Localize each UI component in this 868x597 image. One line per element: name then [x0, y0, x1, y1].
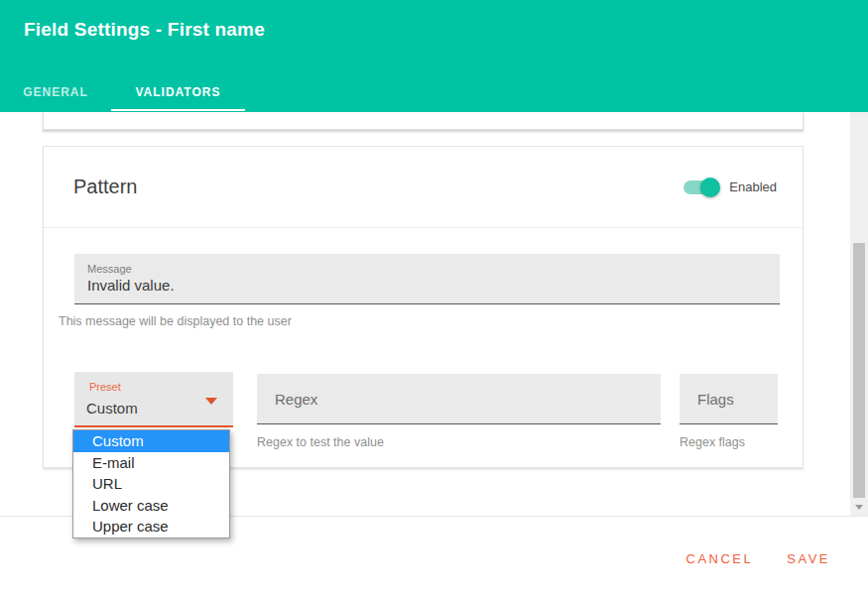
message-helper-text: This message will be displayed to the us…: [59, 314, 292, 328]
dropdown-option-upper-case[interactable]: Upper case: [73, 516, 229, 537]
scrollbar-thumb[interactable]: [853, 243, 865, 498]
dropdown-option-custom[interactable]: Custom: [73, 430, 229, 452]
save-button[interactable]: SAVE: [785, 547, 832, 570]
toggle-knob: [700, 178, 720, 197]
regex-input[interactable]: [257, 391, 661, 408]
flags-helper-text: Regex flags: [680, 435, 745, 449]
toggle-switch-icon[interactable]: [683, 180, 717, 194]
cancel-button[interactable]: CANCEL: [684, 547, 756, 570]
pattern-card-header: Pattern Enabled: [44, 147, 803, 228]
toggle-label: Enabled: [729, 179, 777, 194]
scroll-down-icon: [855, 505, 863, 510]
enabled-toggle[interactable]: Enabled: [683, 179, 777, 194]
regex-helper-text: Regex to test the value: [257, 435, 384, 449]
dropdown-option-email[interactable]: E-mail: [73, 452, 229, 474]
tab-general-label: GENERAL: [23, 85, 88, 99]
dropdown-option-lower-case[interactable]: Lower case: [73, 495, 229, 517]
preset-select[interactable]: Preset Custom: [74, 372, 233, 427]
flags-field[interactable]: [680, 374, 778, 424]
tab-validators[interactable]: VALIDATORS: [111, 72, 245, 112]
preset-dropdown-menu: Custom E-mail URL Lower case Upper case: [72, 429, 230, 538]
regex-field[interactable]: [257, 374, 661, 424]
dropdown-option-url[interactable]: URL: [73, 473, 229, 495]
scrollbar-down-button[interactable]: [850, 500, 868, 514]
chevron-down-icon: [205, 398, 217, 405]
tab-general[interactable]: GENERAL: [0, 72, 111, 112]
pattern-card: Pattern Enabled Message This message wil…: [43, 146, 804, 468]
preset-select-label: Preset: [89, 381, 121, 393]
footer-buttons: CANCEL SAVE: [684, 547, 832, 570]
flags-input[interactable]: [680, 391, 778, 408]
message-field-label: Message: [87, 254, 780, 275]
tab-validators-label: VALIDATORS: [135, 85, 220, 99]
message-field[interactable]: Message: [74, 254, 780, 304]
modal-header: Field Settings - First name GENERAL VALI…: [0, 0, 868, 112]
previous-card-edge: [43, 112, 804, 130]
modal-content: Pattern Enabled Message This message wil…: [0, 112, 868, 516]
page-title: Field Settings - First name: [24, 19, 265, 41]
scrollbar[interactable]: [850, 112, 868, 516]
field-settings-modal: Field Settings - First name GENERAL VALI…: [0, 0, 868, 597]
preset-selected-value: Custom: [86, 400, 138, 417]
pattern-section-title: Pattern: [73, 176, 137, 198]
tab-bar: GENERAL VALIDATORS: [0, 72, 245, 112]
active-tab-indicator: [111, 109, 245, 111]
message-input[interactable]: [87, 277, 752, 294]
